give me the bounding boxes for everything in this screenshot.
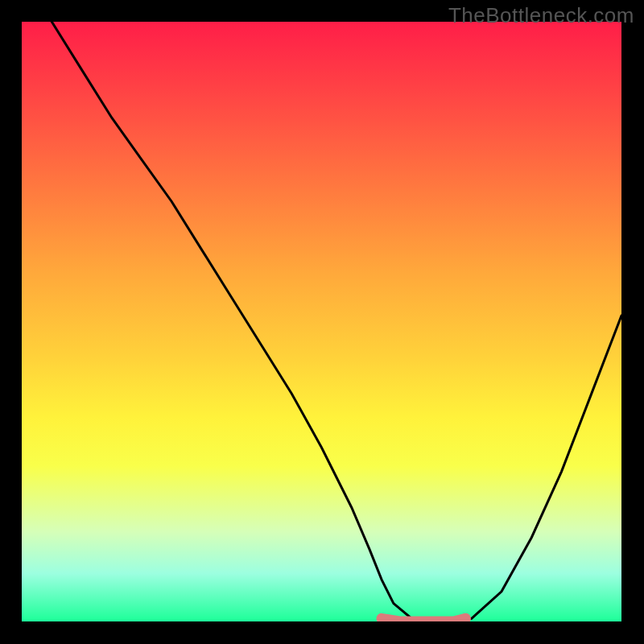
flat-highlight-path [382,618,465,621]
gradient-plot-area [22,22,621,621]
curve-svg [22,22,621,621]
chart-frame: TheBottleneck.com [0,0,644,644]
curve-path [52,22,621,621]
watermark-text: TheBottleneck.com [448,3,634,28]
